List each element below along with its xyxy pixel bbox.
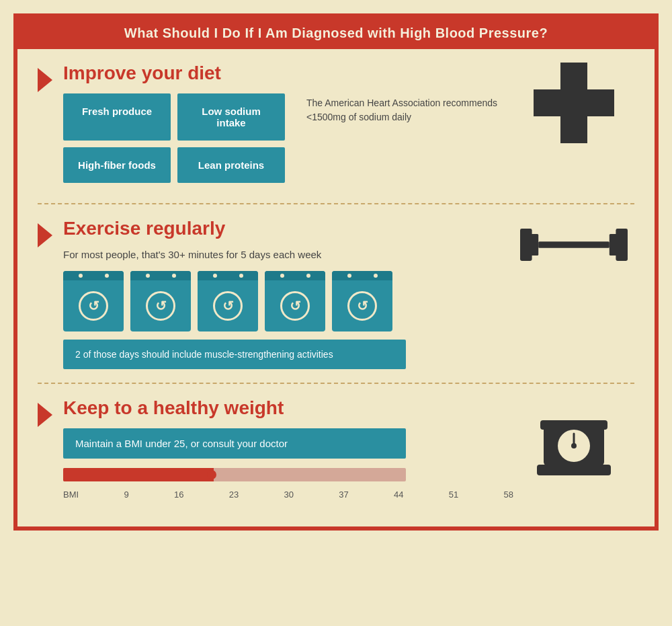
page-title: What Should I Do If I Am Diagnosed with … [124, 26, 548, 40]
bmi-label-58: 58 [503, 490, 513, 500]
bmi-label-9: 9 [124, 490, 128, 500]
cal-dot [213, 274, 217, 278]
content-area: Improve your diet Fresh produce Low sodi… [17, 49, 655, 526]
muscle-note: 2 of those days should include muscle-st… [63, 340, 406, 369]
exercise-subtitle: For most people, that's 30+ minutes for … [63, 249, 513, 260]
svg-rect-7 [540, 420, 607, 430]
cal-dot [280, 274, 284, 278]
recycle-icon-4: ↺ [280, 291, 310, 321]
diet-content-row: Fresh produce Low sodium intake High-fib… [63, 93, 513, 190]
weight-body: Keep to a healthy weight Maintain a BMI … [63, 397, 513, 500]
cal-body-3: ↺ [213, 280, 243, 331]
svg-rect-4 [616, 229, 628, 261]
bmi-label-37: 37 [339, 490, 348, 500]
diet-body: Improve your diet Fresh produce Low sodi… [63, 63, 513, 190]
bmi-bar-fill [63, 468, 214, 481]
diet-note: The American Heart Association recommend… [296, 96, 513, 124]
main-container: What Should I Do If I Am Diagnosed with … [13, 13, 659, 531]
calendar-day-3: ↺ [198, 271, 258, 331]
cal-top-4 [265, 271, 325, 280]
cal-top-3 [198, 271, 258, 280]
diet-tags-grid: Fresh produce Low sodium intake High-fib… [63, 93, 285, 190]
cal-dot [239, 274, 243, 278]
cal-dot [374, 274, 378, 278]
cal-dot [172, 274, 176, 278]
bmi-marker-dot [207, 470, 216, 479]
cal-dot [306, 274, 310, 278]
weight-icon [513, 397, 634, 485]
weight-heading: Keep to a healthy weight [63, 397, 513, 419]
medical-cross-icon [534, 63, 614, 143]
cal-body-4: ↺ [280, 280, 310, 331]
recycle-icon-2: ↺ [146, 291, 175, 321]
calendar-day-4: ↺ [265, 271, 325, 331]
bmi-bar-container [63, 468, 406, 481]
diet-heading: Improve your diet [63, 63, 513, 84]
calendar-day-1: ↺ [63, 271, 124, 331]
diet-tags-row2: High-fiber foods Lean proteins [63, 147, 285, 183]
bmi-label-44: 44 [394, 490, 403, 500]
high-fiber-tag: High-fiber foods [63, 147, 171, 183]
cal-dot [347, 274, 351, 278]
cal-body-2: ↺ [146, 280, 175, 331]
diet-arrow-icon [38, 68, 52, 92]
cal-body-1: ↺ [79, 280, 108, 331]
low-sodium-tag: Low sodium intake [177, 93, 285, 141]
fresh-produce-tag: Fresh produce [63, 93, 171, 141]
cal-dot [79, 274, 83, 278]
title-bar: What Should I Do If I Am Diagnosed with … [17, 17, 655, 49]
bmi-label-bmi: BMI [63, 490, 79, 500]
cal-top-2 [130, 271, 191, 280]
svg-rect-2 [538, 241, 610, 248]
diet-tags-row1: Fresh produce Low sodium intake [63, 93, 285, 141]
svg-point-10 [571, 443, 577, 448]
bmi-labels: BMI 9 16 23 30 37 44 51 58 [63, 487, 513, 500]
calendar-row: ↺ ↺ [63, 271, 513, 331]
bmi-label-30: 30 [284, 490, 293, 500]
exercise-section: Exercise regularly For most people, that… [38, 204, 634, 383]
calendar-day-5: ↺ [332, 271, 392, 331]
cal-top-1 [63, 271, 124, 280]
cal-dot [105, 274, 109, 278]
cal-body-5: ↺ [347, 280, 377, 331]
bmi-label-16: 16 [174, 490, 183, 500]
exercise-icon [513, 218, 634, 272]
cross-horizontal [534, 89, 614, 116]
bmi-note: Maintain a BMI under 25, or consult your… [63, 428, 406, 459]
bmi-label-23: 23 [229, 490, 239, 500]
diet-section: Improve your diet Fresh produce Low sodi… [38, 49, 634, 203]
exercise-heading: Exercise regularly [63, 218, 513, 239]
recycle-icon-3: ↺ [213, 291, 243, 321]
recycle-icon-1: ↺ [79, 291, 108, 321]
weight-section: Keep to a healthy weight Maintain a BMI … [38, 384, 634, 513]
svg-rect-5 [537, 465, 611, 475]
exercise-body: Exercise regularly For most people, that… [63, 218, 513, 369]
svg-rect-1 [530, 234, 538, 256]
cal-dot [146, 274, 150, 278]
cal-top-5 [332, 271, 392, 280]
calendar-day-2: ↺ [130, 271, 191, 331]
scale-icon [530, 397, 618, 485]
dumbbell-icon [520, 218, 628, 272]
bmi-bar-track [63, 468, 406, 481]
lean-proteins-tag: Lean proteins [177, 147, 285, 183]
diet-icon [513, 63, 634, 143]
weight-arrow-icon [38, 403, 52, 427]
bmi-label-51: 51 [449, 490, 458, 500]
recycle-icon-5: ↺ [347, 291, 377, 321]
exercise-arrow-icon [38, 223, 52, 247]
